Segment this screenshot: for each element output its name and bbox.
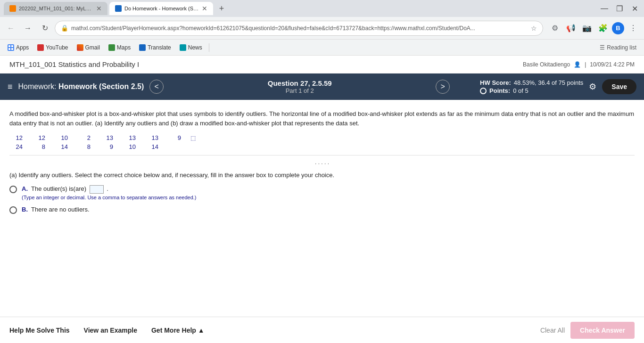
points-label: Points:: [489, 87, 510, 94]
clear-all-button[interactable]: Clear All: [540, 327, 565, 334]
url-bar[interactable]: 🔒 mathxl.com/Student/PlayerHomework.aspx…: [55, 21, 543, 36]
back-button[interactable]: ←: [4, 21, 18, 35]
bookmark-maps[interactable]: Maps: [105, 42, 134, 53]
score-section: HW Score: 48.53%, 36.4 of 75 points Poin…: [480, 79, 583, 94]
reload-button[interactable]: ↻: [38, 21, 52, 35]
megaphone-icon[interactable]: 📢: [564, 21, 578, 35]
bookmark-star-icon[interactable]: ☆: [531, 24, 537, 32]
window-controls: — ❐ ✕: [599, 3, 640, 14]
bookmark-apps[interactable]: Apps: [4, 42, 33, 53]
puzzle-icon[interactable]: 🧩: [596, 21, 610, 35]
tab-1[interactable]: 202202_MTH_101_001: MyLab St... ✕: [4, 2, 107, 15]
tab1-favicon: [9, 5, 16, 12]
forward-button[interactable]: →: [21, 21, 35, 35]
prev-question-button[interactable]: <: [149, 80, 164, 94]
bottom-right-actions: Clear All Check Answer: [540, 322, 635, 339]
reading-list-button[interactable]: ☰ Reading list: [596, 42, 640, 53]
data-val-1-5: 13: [100, 134, 113, 141]
translate-label: Translate: [148, 44, 171, 51]
homework-nav-bar: ≡ Homework: Homework (Section 2.5) < Que…: [0, 74, 644, 100]
expand-table-icon[interactable]: ⬚: [190, 135, 196, 141]
youtube-label: YouTube: [46, 44, 68, 51]
save-button[interactable]: Save: [602, 79, 636, 94]
bookmarks-bar: Apps YouTube Gmail Maps Translate News ☰…: [0, 40, 644, 56]
minimize-button[interactable]: —: [599, 3, 610, 14]
hw-score-row: HW Score: 48.53%, 36.4 of 75 points: [480, 79, 583, 86]
choice-a-before-text: The outlier(s) is(are): [31, 185, 86, 192]
data-val-2-6: 10: [123, 143, 136, 150]
hw-score-label: HW Score:: [480, 79, 511, 86]
close-button[interactable]: ✕: [629, 3, 640, 14]
tab1-close[interactable]: ✕: [96, 5, 102, 12]
hamburger-menu-icon[interactable]: ≡: [8, 82, 13, 92]
bookmark-news[interactable]: News: [176, 42, 206, 53]
hw-score-value: 48.53%, 36.4 of 75 points: [514, 79, 583, 86]
svg-rect-3: [11, 48, 13, 50]
maximize-button[interactable]: ❐: [614, 3, 625, 14]
choice-a-content: A. The outlier(s) is(are) . (Type an int…: [22, 185, 197, 200]
datetime: 10/09/21 4:22 PM: [590, 61, 635, 68]
bookmark-translate[interactable]: Translate: [135, 42, 175, 53]
question-info: Question 27, 2.5.59 Part 1 of 2: [169, 79, 430, 94]
page-content: MTH_101_001 Statistics and Probability I…: [0, 56, 644, 343]
points-value: 0 of 5: [513, 87, 528, 94]
address-bar: ← → ↻ 🔒 mathxl.com/Student/PlayerHomewor…: [0, 17, 644, 40]
profile-avatar[interactable]: B: [612, 22, 624, 34]
question-area: A modified box-and-whisker plot is a box…: [0, 100, 644, 317]
bookmark-youtube[interactable]: YouTube: [33, 42, 72, 53]
menu-icon[interactable]: ⋮: [626, 21, 640, 35]
data-val-1-1: 12: [9, 134, 23, 141]
data-table: 12 12 10 2 13 13 13 9 ⬚ 24 8 14 8 9 10 1…: [9, 134, 635, 150]
translate-favicon: [139, 44, 146, 51]
screenshot-icon[interactable]: 📷: [580, 21, 594, 35]
data-val-2-2: 8: [32, 143, 45, 150]
url-text: mathxl.com/Student/PlayerHomework.aspx?h…: [71, 25, 528, 32]
data-val-1-8: 9: [168, 134, 181, 141]
tab1-title: 202202_MTH_101_001: MyLab St...: [19, 6, 93, 11]
new-tab-button[interactable]: +: [215, 2, 228, 15]
check-answer-button[interactable]: Check Answer: [570, 322, 635, 339]
choice-a-label: A.: [22, 185, 28, 192]
youtube-favicon: [37, 44, 44, 51]
tab-2[interactable]: Do Homework - Homework (Sec... ✕: [109, 2, 213, 15]
choice-b-text: There are no outliers.: [31, 206, 90, 213]
help-solve-button[interactable]: Help Me Solve This: [9, 323, 70, 338]
radio-b[interactable]: [9, 206, 17, 214]
choice-b-label: B.: [22, 206, 28, 213]
bottom-bar: Help Me Solve This View an Example Get M…: [0, 317, 644, 343]
gmail-label: Gmail: [85, 44, 100, 51]
question-part: Part 1 of 2: [169, 87, 430, 94]
extensions-icon[interactable]: ⚙: [548, 21, 562, 35]
homework-label: Homework: Homework (Section 2.5): [18, 82, 144, 91]
data-val-2-1: 24: [9, 143, 23, 150]
bookmark-gmail[interactable]: Gmail: [73, 42, 104, 53]
points-row: Points: 0 of 5: [480, 87, 583, 94]
get-more-help-arrow-icon: ▲: [198, 327, 205, 334]
user-separator: |: [585, 61, 586, 68]
tab2-close[interactable]: ✕: [202, 5, 207, 12]
get-more-help-label: Get More Help: [151, 327, 196, 334]
choice-a: A. The outlier(s) is(are) . (Type an int…: [9, 185, 635, 200]
data-val-2-4: 8: [77, 143, 91, 150]
settings-gear-icon[interactable]: ⚙: [589, 82, 596, 92]
svg-rect-2: [8, 48, 10, 50]
question-part-label: (a) Identify any outliers. Select the co…: [9, 172, 635, 179]
lock-icon: 🔒: [61, 24, 68, 32]
view-example-button[interactable]: View an Example: [84, 323, 137, 338]
data-val-1-6: 13: [123, 134, 136, 141]
course-header: MTH_101_001 Statistics and Probability I…: [0, 56, 644, 74]
data-val-2-3: 14: [55, 143, 68, 150]
choice-b: B. There are no outliers.: [9, 206, 635, 214]
answer-input-box[interactable]: [90, 185, 104, 194]
radio-a[interactable]: [9, 186, 17, 193]
collapse-handle[interactable]: · · · · ·: [9, 160, 635, 167]
apps-label: Apps: [16, 44, 29, 51]
get-more-help-button[interactable]: Get More Help ▲: [151, 327, 205, 334]
data-val-1-7: 13: [145, 134, 158, 141]
data-val-2-7: 14: [145, 143, 158, 150]
next-question-button[interactable]: >: [436, 80, 450, 94]
choice-b-text-row: B. There are no outliers.: [22, 206, 90, 213]
homework-prefix: Homework:: [18, 82, 57, 90]
choice-a-after-text: .: [107, 185, 108, 192]
reading-list-icon: ☰: [600, 44, 605, 51]
